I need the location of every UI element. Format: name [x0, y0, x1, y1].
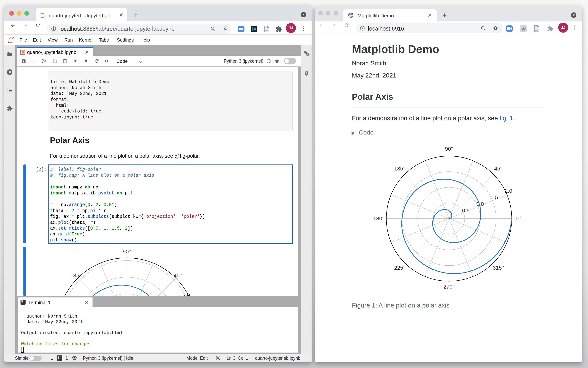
svg-text:90°: 90°: [445, 146, 453, 152]
svg-text:0°: 0°: [516, 215, 521, 221]
svg-text:0.5: 0.5: [462, 208, 470, 214]
svg-text:1.0: 1.0: [476, 201, 484, 207]
svg-text:1.5: 1.5: [491, 194, 498, 201]
svg-text:135°: 135°: [70, 273, 81, 278]
svg-text:315°: 315°: [493, 265, 504, 271]
svg-text:135°: 135°: [394, 166, 405, 172]
svg-text:45°: 45°: [494, 166, 502, 172]
svg-text:45°: 45°: [174, 273, 182, 278]
svg-text:90°: 90°: [123, 248, 131, 255]
svg-text:225°: 225°: [394, 265, 405, 271]
svg-text:270°: 270°: [443, 284, 455, 290]
svg-text:2.0: 2.0: [505, 188, 512, 194]
svg-text:180°: 180°: [373, 215, 384, 221]
svg-text:2.0: 2.0: [183, 293, 190, 296]
